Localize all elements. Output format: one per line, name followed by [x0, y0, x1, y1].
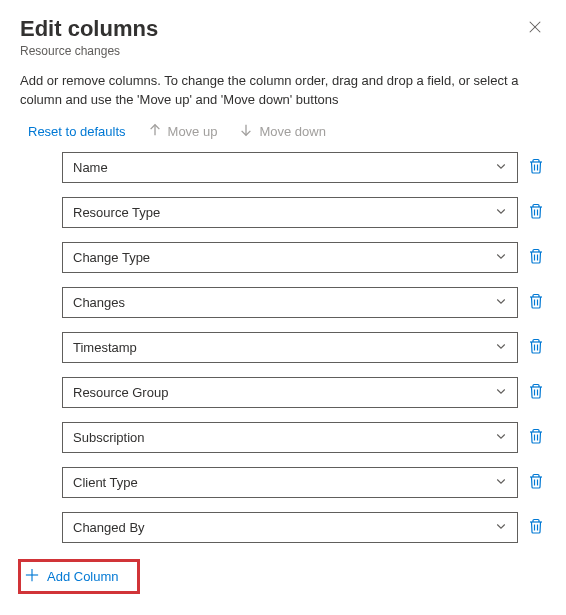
close-button[interactable]: [524, 16, 546, 41]
column-select-label: Change Type: [73, 250, 150, 265]
chevron-down-icon: [495, 295, 507, 310]
column-row: Client Type: [62, 467, 546, 498]
delete-column-button[interactable]: [526, 336, 546, 359]
trash-icon: [528, 473, 544, 492]
chevron-down-icon: [495, 520, 507, 535]
column-select[interactable]: Resource Group: [62, 377, 518, 408]
delete-column-button[interactable]: [526, 516, 546, 539]
chevron-down-icon: [495, 250, 507, 265]
trash-icon: [528, 293, 544, 312]
column-select-label: Timestamp: [73, 340, 137, 355]
chevron-down-icon: [495, 205, 507, 220]
add-column-label: Add Column: [47, 569, 119, 584]
column-select[interactable]: Subscription: [62, 422, 518, 453]
toolbar: Reset to defaults Move up Move down: [20, 123, 546, 140]
trash-icon: [528, 518, 544, 537]
plus-icon: [25, 568, 39, 585]
column-select-label: Resource Group: [73, 385, 168, 400]
trash-icon: [528, 158, 544, 177]
chevron-down-icon: [495, 430, 507, 445]
move-up-button[interactable]: Move up: [148, 123, 218, 140]
delete-column-button[interactable]: [526, 246, 546, 269]
chevron-down-icon: [495, 475, 507, 490]
delete-column-button[interactable]: [526, 201, 546, 224]
chevron-down-icon: [495, 385, 507, 400]
page-title: Edit columns: [20, 16, 158, 42]
reset-defaults-button[interactable]: Reset to defaults: [28, 124, 126, 139]
column-row: Timestamp: [62, 332, 546, 363]
chevron-down-icon: [495, 160, 507, 175]
delete-column-button[interactable]: [526, 291, 546, 314]
column-select[interactable]: Changes: [62, 287, 518, 318]
trash-icon: [528, 383, 544, 402]
column-select[interactable]: Changed By: [62, 512, 518, 543]
arrow-down-icon: [239, 123, 253, 140]
trash-icon: [528, 428, 544, 447]
column-select-label: Subscription: [73, 430, 145, 445]
column-select-label: Resource Type: [73, 205, 160, 220]
move-down-label: Move down: [259, 124, 325, 139]
column-select-label: Client Type: [73, 475, 138, 490]
column-select[interactable]: Name: [62, 152, 518, 183]
chevron-down-icon: [495, 340, 507, 355]
close-icon: [528, 20, 542, 37]
move-up-label: Move up: [168, 124, 218, 139]
move-down-button[interactable]: Move down: [239, 123, 325, 140]
delete-column-button[interactable]: [526, 471, 546, 494]
trash-icon: [528, 338, 544, 357]
arrow-up-icon: [148, 123, 162, 140]
column-select-label: Changed By: [73, 520, 145, 535]
description-text: Add or remove columns. To change the col…: [20, 72, 546, 108]
delete-column-button[interactable]: [526, 426, 546, 449]
column-row: Name: [62, 152, 546, 183]
trash-icon: [528, 248, 544, 267]
page-subtitle: Resource changes: [20, 44, 158, 58]
column-row: Changed By: [62, 512, 546, 543]
column-select-label: Name: [73, 160, 108, 175]
column-row: Subscription: [62, 422, 546, 453]
column-select[interactable]: Timestamp: [62, 332, 518, 363]
trash-icon: [528, 203, 544, 222]
columns-list: NameResource TypeChange TypeChangesTimes…: [20, 152, 546, 543]
column-select[interactable]: Client Type: [62, 467, 518, 498]
column-row: Resource Type: [62, 197, 546, 228]
column-row: Change Type: [62, 242, 546, 273]
column-row: Changes: [62, 287, 546, 318]
delete-column-button[interactable]: [526, 156, 546, 179]
column-select-label: Changes: [73, 295, 125, 310]
column-row: Resource Group: [62, 377, 546, 408]
delete-column-button[interactable]: [526, 381, 546, 404]
add-column-button[interactable]: Add Column: [18, 559, 140, 594]
column-select[interactable]: Change Type: [62, 242, 518, 273]
column-select[interactable]: Resource Type: [62, 197, 518, 228]
